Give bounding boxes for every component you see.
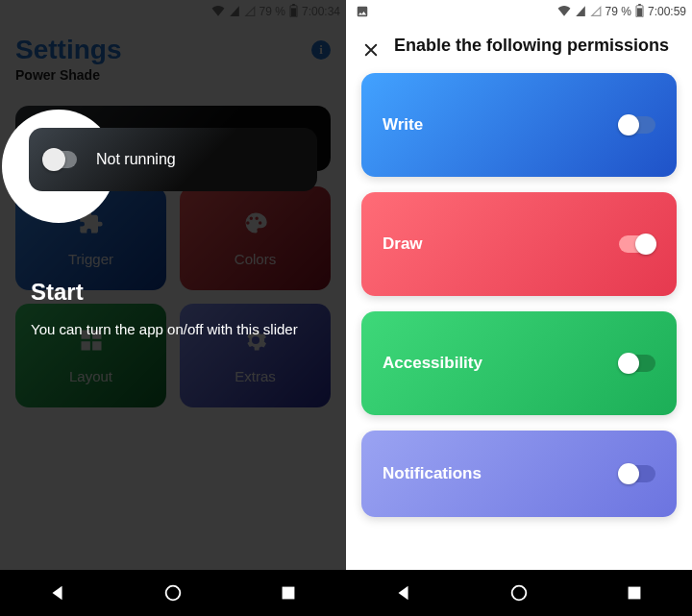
permission-cards: Write Draw Accessibility Notifications [346,65,692,517]
perm-label: Accessibility [383,354,482,373]
close-icon[interactable] [361,40,381,60]
nav-recent-button[interactable] [624,582,645,604]
clock-text: 7:00:59 [648,5,686,18]
perm-label: Notifications [383,464,482,483]
image-app-icon [352,5,369,18]
tutorial-toggle[interactable] [44,151,77,168]
nav-back-button[interactable] [393,582,414,604]
permissions-header: Enable the following permissions [346,23,692,65]
perm-accessibility[interactable]: Accessibility [361,311,677,415]
tutorial-running-label: Not running [96,151,176,168]
perm-draw-toggle[interactable] [619,235,655,253]
svg-rect-6 [637,8,642,16]
tutorial-running-card[interactable]: Not running [29,128,317,191]
perm-write[interactable]: Write [361,73,677,177]
svg-rect-4 [283,587,295,600]
perm-label: Draw [383,234,423,254]
svg-rect-7 [638,4,641,6]
perm-draw[interactable]: Draw [361,192,677,296]
tutorial-body: You can turn the app on/off with this sl… [31,319,323,339]
svg-point-8 [512,586,527,601]
tutorial-overlay: Not running Start You can turn the app o… [0,0,346,616]
nav-home-button[interactable] [508,582,530,604]
battery-icon [635,4,644,20]
nav-back-button[interactable] [47,582,68,604]
perm-accessibility-toggle[interactable] [619,355,655,372]
battery-text: 79 % [606,5,631,18]
nav-recent-button[interactable] [278,582,299,604]
svg-rect-9 [629,587,641,600]
perm-notifications[interactable]: Notifications [361,431,677,517]
signal-icon [575,5,586,19]
permissions-title: Enable the following permissions [394,35,669,57]
signal-empty-icon [590,5,602,19]
perm-notifications-toggle[interactable] [619,465,655,482]
perm-label: Write [383,115,423,135]
tutorial-text: Start You can turn the app on/off with t… [31,279,323,339]
left-screen: 79 % 7:00:34 Settings i Power Shade Not … [0,0,346,616]
perm-write-toggle[interactable] [619,116,655,134]
nav-home-button[interactable] [162,582,184,604]
wifi-icon [557,5,571,19]
nav-bar [0,570,346,616]
right-screen: 79 % 7:00:59 Enable the following permis… [346,0,692,616]
status-bar: 79 % 7:00:59 [346,0,692,23]
nav-bar [346,570,692,616]
svg-point-3 [166,586,181,601]
tutorial-title: Start [31,279,323,306]
